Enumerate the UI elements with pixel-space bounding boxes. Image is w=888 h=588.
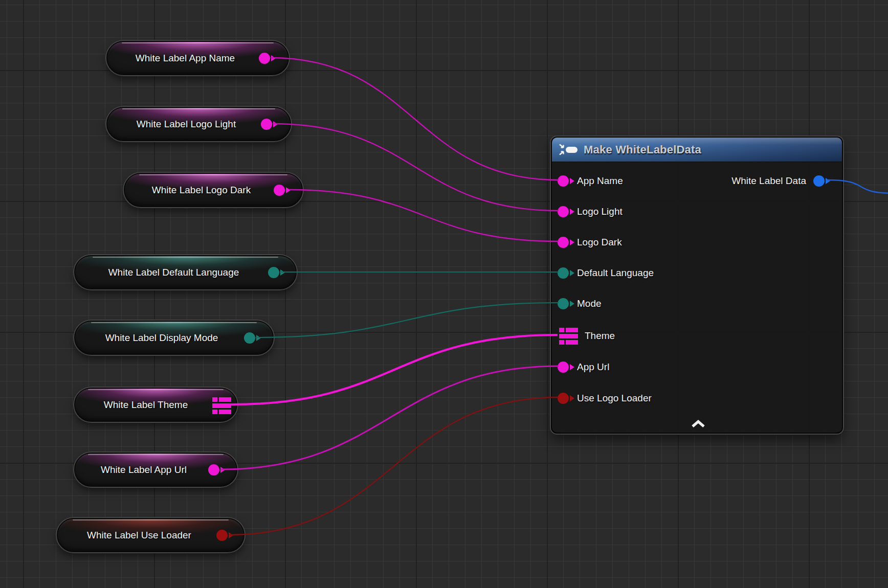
input-pin-row-use-logo-loader: Use Logo Loader xyxy=(558,389,652,408)
output-pin-white-label-logo-light[interactable] xyxy=(261,119,272,130)
wire-theme[interactable] xyxy=(231,335,558,404)
output-pin-white-label-default-language[interactable] xyxy=(268,267,279,278)
variable-node-label: White Label Logo Light xyxy=(115,108,258,140)
input-pin-row-default-language: Default Language xyxy=(558,264,654,282)
variable-node-white-label-logo-dark[interactable]: White Label Logo Dark xyxy=(124,173,303,207)
output-pin-white-label-theme[interactable] xyxy=(212,397,231,414)
input-pin-app-url[interactable] xyxy=(558,361,569,373)
input-pin-default-language[interactable] xyxy=(558,267,569,279)
variable-node-white-label-app-url[interactable]: White Label App Url xyxy=(74,453,237,487)
wire-logo-dark[interactable] xyxy=(289,190,559,241)
output-pin-white-label-use-loader[interactable] xyxy=(216,530,228,541)
input-pin-label: Logo Dark xyxy=(577,237,622,248)
variable-node-label: White Label Use Loader xyxy=(65,519,213,551)
input-pin-row-theme: Theme xyxy=(559,327,615,345)
variable-node-white-label-default-language[interactable]: White Label Default Language xyxy=(74,255,297,289)
input-pin-app-name[interactable] xyxy=(558,175,569,187)
input-pin-label: Mode xyxy=(577,298,602,309)
input-pin-row-mode: Mode xyxy=(558,295,602,313)
output-pin-row: White Label Data xyxy=(731,172,825,190)
chevron-up-icon xyxy=(690,419,706,428)
variable-node-label: White Label App Name xyxy=(115,42,256,74)
input-pin-label: Theme xyxy=(585,330,615,342)
wire-logo-light[interactable] xyxy=(273,124,559,211)
variable-node-label: White Label App Url xyxy=(82,454,205,486)
blueprint-graph-canvas[interactable]: Make WhiteLabelData App NameLogo LightLo… xyxy=(0,0,888,588)
make-struct-icon xyxy=(558,143,579,156)
variable-node-white-label-theme[interactable]: White Label Theme xyxy=(74,388,237,422)
white-label-data-output-pin[interactable] xyxy=(813,175,825,187)
wire-app-name[interactable] xyxy=(271,58,559,180)
input-pin-label: Default Language xyxy=(577,267,654,279)
output-pin-white-label-app-name[interactable] xyxy=(259,53,270,64)
variable-node-white-label-logo-light[interactable]: White Label Logo Light xyxy=(106,107,291,141)
output-pin-label: White Label Data xyxy=(731,175,806,187)
make-whitelabeldata-node[interactable]: Make WhiteLabelData App NameLogo LightLo… xyxy=(551,137,843,434)
variable-node-white-label-use-loader[interactable]: White Label Use Loader xyxy=(57,518,245,552)
make-node-header[interactable]: Make WhiteLabelData xyxy=(552,138,842,162)
input-pin-label: Logo Light xyxy=(577,206,623,217)
collapse-node-button[interactable] xyxy=(690,419,706,431)
make-node-title: Make WhiteLabelData xyxy=(584,143,701,156)
input-pin-logo-dark[interactable] xyxy=(558,237,569,248)
output-pin-white-label-display-mode[interactable] xyxy=(244,332,255,344)
wire-use-loader[interactable] xyxy=(229,397,559,535)
input-pin-label: App Name xyxy=(577,175,623,187)
input-pin-mode[interactable] xyxy=(558,298,569,309)
variable-node-label: White Label Logo Dark xyxy=(132,174,271,206)
variable-node-label: White Label Display Mode xyxy=(82,322,241,354)
variable-node-label: White Label Default Language xyxy=(82,256,265,288)
input-pin-row-app-name: App Name xyxy=(558,172,623,190)
input-pin-row-logo-light: Logo Light xyxy=(558,202,623,221)
variable-node-white-label-app-name[interactable]: White Label App Name xyxy=(106,41,289,75)
input-pin-row-app-url: App Url xyxy=(558,358,609,376)
input-pin-theme[interactable] xyxy=(559,328,578,345)
output-pin-white-label-logo-dark[interactable] xyxy=(274,185,285,196)
wire-display-mode[interactable] xyxy=(256,303,559,337)
input-pin-use-logo-loader[interactable] xyxy=(558,393,569,404)
output-pin-white-label-app-url[interactable] xyxy=(208,464,219,476)
input-pin-row-logo-dark: Logo Dark xyxy=(558,233,622,252)
input-pin-label: App Url xyxy=(577,361,609,373)
wire-app-url[interactable] xyxy=(221,366,559,469)
variable-node-white-label-display-mode[interactable]: White Label Display Mode xyxy=(74,321,274,355)
variable-node-label: White Label Theme xyxy=(82,389,209,421)
input-pin-logo-light[interactable] xyxy=(558,206,569,217)
input-pin-label: Use Logo Loader xyxy=(577,393,652,404)
